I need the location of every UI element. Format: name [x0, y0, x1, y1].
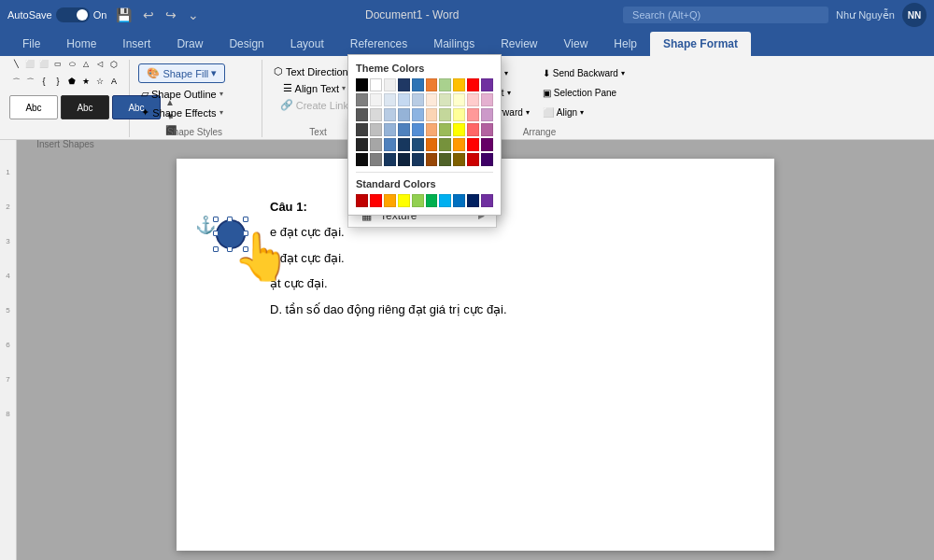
- swatch-white[interactable]: [370, 78, 382, 91]
- swatch-navy[interactable]: [398, 78, 410, 91]
- send-backward-btn[interactable]: ⬇ Send Backward ▾: [538, 63, 630, 82]
- swatch-orange[interactable]: [426, 78, 438, 91]
- t4-10[interactable]: [481, 138, 493, 151]
- shape-textbox[interactable]: Abc: [9, 95, 58, 119]
- sc-4[interactable]: [398, 194, 410, 207]
- shape-s2[interactable]: ⌒: [23, 77, 36, 90]
- t4-4[interactable]: [398, 138, 410, 151]
- t4-8[interactable]: [453, 138, 465, 151]
- shape-effects-btn[interactable]: ✦ Shape Effects ▾: [135, 105, 228, 120]
- create-link-btn[interactable]: 🔗 Create Link: [275, 97, 354, 113]
- handle-bl[interactable]: [213, 246, 219, 252]
- t4-7[interactable]: [439, 138, 451, 151]
- shape-s7[interactable]: ☆: [93, 77, 106, 90]
- t1-10[interactable]: [481, 93, 493, 106]
- redo-icon[interactable]: ↪: [163, 6, 178, 24]
- tab-draw[interactable]: Draw: [163, 32, 216, 56]
- t5-5[interactable]: [412, 153, 424, 166]
- sc-10[interactable]: [481, 194, 493, 207]
- t4-2[interactable]: [370, 138, 382, 151]
- shape-rtri[interactable]: ◁: [93, 60, 106, 73]
- t2-6[interactable]: [426, 108, 438, 121]
- search-input[interactable]: [623, 7, 828, 23]
- shape-style-dark[interactable]: Abc: [61, 95, 109, 119]
- undo-icon[interactable]: ↩: [141, 6, 156, 24]
- t2-9[interactable]: [467, 108, 479, 121]
- sc-1[interactable]: [356, 194, 368, 207]
- shape-fill-button[interactable]: 🎨 Shape Fill ▾: [138, 63, 225, 83]
- t3-6[interactable]: [426, 123, 438, 136]
- sc-6[interactable]: [426, 194, 438, 207]
- t2-1[interactable]: [356, 108, 368, 121]
- t5-10[interactable]: [481, 153, 493, 166]
- shape-circle[interactable]: ⬭: [65, 60, 78, 73]
- t3-8[interactable]: [453, 123, 465, 136]
- tab-view[interactable]: View: [551, 32, 601, 56]
- t5-9[interactable]: [467, 153, 479, 166]
- shape-rrect[interactable]: ▭: [51, 60, 64, 73]
- tab-shape-format[interactable]: Shape Format: [650, 32, 751, 56]
- t3-2[interactable]: [370, 123, 382, 136]
- handle-ml[interactable]: [213, 231, 219, 236]
- t2-3[interactable]: [384, 108, 396, 121]
- more-commands-icon[interactable]: ⌄: [186, 6, 201, 24]
- t5-2[interactable]: [370, 153, 382, 166]
- handle-tl[interactable]: [213, 217, 219, 222]
- tab-insert[interactable]: Insert: [109, 32, 163, 56]
- t2-4[interactable]: [398, 108, 410, 121]
- t4-1[interactable]: [356, 138, 368, 151]
- sc-5[interactable]: [412, 194, 424, 207]
- t1-2[interactable]: [370, 93, 382, 106]
- shape-fill-dropdown-arrow[interactable]: ▾: [211, 67, 217, 79]
- shape-s5[interactable]: ⬟: [65, 77, 78, 90]
- text-direction-btn[interactable]: ⬡ Text Direction ▾: [268, 63, 361, 79]
- t2-7[interactable]: [439, 108, 451, 121]
- t4-5[interactable]: [412, 138, 424, 151]
- t3-4[interactable]: [398, 123, 410, 136]
- shape-s4[interactable]: }: [51, 77, 64, 90]
- tab-home[interactable]: Home: [53, 32, 109, 56]
- tab-review[interactable]: Review: [488, 32, 550, 56]
- tab-mailings[interactable]: Mailings: [420, 32, 488, 56]
- shape-s1[interactable]: ⌒: [9, 77, 22, 90]
- swatch-black[interactable]: [356, 78, 368, 91]
- t2-5[interactable]: [412, 108, 424, 121]
- shape-line[interactable]: ╲: [9, 60, 22, 73]
- swatch-gold[interactable]: [453, 78, 465, 91]
- swatch-green-light[interactable]: [439, 78, 451, 91]
- shape-tri[interactable]: △: [79, 60, 92, 73]
- shape-arrow[interactable]: ⬜: [23, 60, 36, 73]
- t5-6[interactable]: [426, 153, 438, 166]
- t5-7[interactable]: [439, 153, 451, 166]
- save-icon[interactable]: 💾: [114, 6, 134, 24]
- t3-1[interactable]: [356, 123, 368, 136]
- t4-9[interactable]: [467, 138, 479, 151]
- t3-10[interactable]: [481, 123, 493, 136]
- selection-pane-btn[interactable]: ▣ Selection Pane: [538, 83, 630, 102]
- autosave-toggle[interactable]: [56, 7, 90, 22]
- align-text-btn[interactable]: ☰ Align Text ▾: [277, 80, 352, 96]
- t5-3[interactable]: [384, 153, 396, 166]
- swatch-blue[interactable]: [412, 78, 424, 91]
- t5-8[interactable]: [453, 153, 465, 166]
- t5-4[interactable]: [398, 153, 410, 166]
- t1-9[interactable]: [467, 93, 479, 106]
- t1-6[interactable]: [426, 93, 438, 106]
- align-btn[interactable]: ⬜ Align ▾: [538, 103, 630, 121]
- tab-layout[interactable]: Layout: [277, 32, 337, 56]
- sc-7[interactable]: [439, 194, 451, 207]
- t1-5[interactable]: [412, 93, 424, 106]
- t2-10[interactable]: [481, 108, 493, 121]
- shape-s8[interactable]: A: [107, 77, 120, 90]
- shape-rect[interactable]: ⬜: [37, 60, 50, 73]
- tab-design[interactable]: Design: [216, 32, 276, 56]
- tab-references[interactable]: References: [337, 32, 420, 56]
- shape-pent[interactable]: ⬡: [107, 60, 120, 73]
- sc-8[interactable]: [453, 194, 465, 207]
- swatch-gray-light[interactable]: [384, 78, 396, 91]
- shape-s3[interactable]: {: [37, 77, 50, 90]
- sc-3[interactable]: [384, 194, 396, 207]
- t1-7[interactable]: [439, 93, 451, 106]
- t5-1[interactable]: [356, 153, 368, 166]
- swatch-purple[interactable]: [481, 78, 493, 91]
